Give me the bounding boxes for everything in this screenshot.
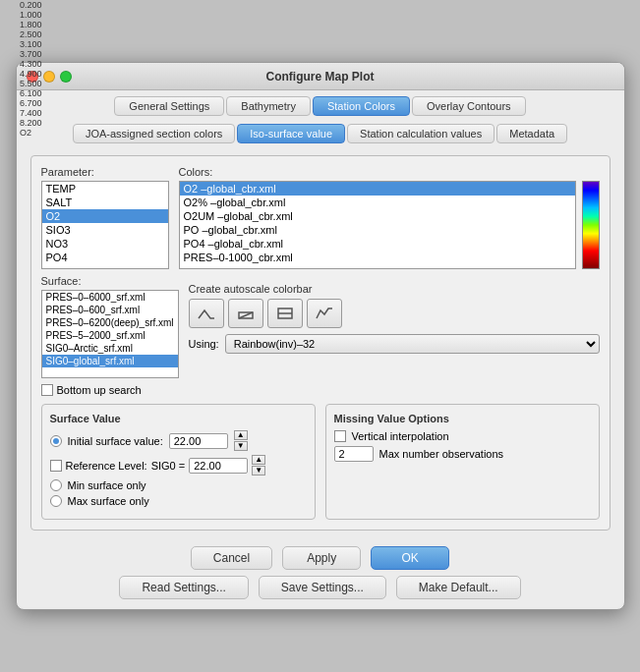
list-item[interactable]: PRES–0–600_srf.xml	[42, 304, 178, 316]
list-item[interactable]: SIG0–Arctic_srf.xml	[42, 342, 178, 355]
list-item[interactable]: TEMP	[42, 182, 168, 196]
secondary-buttons: Read Settings... Save Settings... Make D…	[17, 576, 624, 609]
autoscale-label: Create autoscale colorbar	[189, 283, 600, 295]
tab-iso-surface-value[interactable]: Iso-surface value	[237, 124, 345, 143]
stepper-down[interactable]: ▼	[234, 441, 248, 451]
list-item[interactable]: PO4 –global_cbr.xml	[180, 237, 575, 251]
initial-surface-row: Initial surface value: ▲ ▼	[50, 430, 307, 451]
colorbar-gradient	[582, 181, 600, 269]
colors-row: O2 –global_cbr.xml O2% –global_cbr.xml O…	[179, 181, 600, 269]
list-item[interactable]: PRES–5–2000_srf.xml	[42, 329, 178, 342]
initial-surface-stepper: ▲ ▼	[234, 430, 248, 451]
list-item[interactable]: SIO3	[42, 223, 168, 237]
bottom-search-row: Bottom up search	[41, 384, 600, 396]
apply-button[interactable]: Apply	[282, 546, 361, 570]
parameter-listbox[interactable]: TEMP SALT O2 SIO3 NO3 PO4	[41, 181, 169, 269]
read-settings-button[interactable]: Read Settings...	[119, 576, 248, 599]
list-item-selected[interactable]: SIG0–global_srf.xml	[42, 355, 178, 367]
initial-surface-label: Initial surface value:	[68, 435, 163, 447]
using-row: Using: Rainbow(inv)–32	[189, 334, 600, 354]
vertical-interp-checkbox[interactable]	[334, 430, 346, 442]
list-item[interactable]: PO4	[42, 251, 168, 264]
surface-value-panel: Surface Value Initial surface value: ▲ ▼	[41, 404, 316, 520]
configure-map-plot-window: Configure Map Plot General Settings Bath…	[16, 62, 625, 610]
content-panel: Parameter: TEMP SALT O2 SIO3 NO3 PO4 Col…	[30, 155, 611, 531]
window-title: Configure Map Plot	[266, 70, 375, 84]
colors-listbox[interactable]: O2 –global_cbr.xml O2% –global_cbr.xml O…	[179, 181, 576, 269]
max-obs-input[interactable]	[334, 446, 374, 462]
tab-station-colors[interactable]: Station Colors	[313, 96, 410, 116]
maximize-button[interactable]	[60, 71, 72, 83]
stepper-down[interactable]: ▼	[252, 466, 265, 476]
cancel-button[interactable]: Cancel	[191, 546, 272, 570]
colors-section: Colors: O2 –global_cbr.xml O2% –global_c…	[179, 166, 600, 269]
list-item[interactable]: O2% –global_cbr.xml	[180, 196, 575, 209]
list-item-selected[interactable]: O2	[42, 209, 168, 223]
tab-joa-section-colors[interactable]: JOA-assigned section colors	[73, 124, 235, 143]
reference-level-row: Reference Level: SIG0 = ▲ ▼	[50, 455, 307, 476]
using-select[interactable]: Rainbow(inv)–32	[225, 334, 600, 354]
initial-surface-radio[interactable]	[50, 435, 62, 447]
autoscale-btn-3[interactable]	[267, 299, 303, 328]
list-item[interactable]: PO –global_cbr.xml	[180, 223, 575, 237]
list-item[interactable]: PRES–0–6200(deep)_srf.xml	[42, 316, 178, 329]
autoscale-icon-3	[275, 305, 295, 322]
lower-panels: Surface Value Initial surface value: ▲ ▼	[41, 404, 600, 520]
missing-value-title: Missing Value Options	[334, 413, 591, 424]
colorbar-label: 6.700	[20, 98, 42, 108]
tab-general-settings[interactable]: General Settings	[114, 96, 224, 116]
tab-station-calc-values[interactable]: Station calculation values	[347, 124, 495, 143]
ref-label: Reference Level:	[66, 460, 147, 472]
max-obs-label: Max number observations	[379, 448, 504, 460]
max-surface-row: Max surface only	[50, 495, 307, 507]
tab-metadata[interactable]: Metadata	[496, 124, 567, 143]
list-item-selected[interactable]: O2 –global_cbr.xml	[180, 182, 575, 196]
stepper-up[interactable]: ▲	[252, 455, 265, 465]
colors-label: Colors:	[179, 166, 600, 178]
list-item[interactable]: PRES–0-1000_cbr.xml	[180, 251, 575, 264]
max-obs-row: Max number observations	[334, 446, 591, 462]
min-surface-radio[interactable]	[50, 479, 62, 491]
list-item[interactable]: NO3	[42, 237, 168, 251]
minimize-button[interactable]	[43, 71, 55, 83]
parameter-label: Parameter:	[41, 166, 169, 178]
tab-overlay-contours[interactable]: Overlay Contours	[412, 96, 526, 116]
colorbar-label: 4.300	[20, 62, 42, 69]
ref-value-input[interactable]	[189, 458, 248, 474]
surface-section: Surface: PRES–0–6000_srf.xml PRES–0–600_…	[41, 275, 179, 378]
save-settings-button[interactable]: Save Settings...	[259, 576, 386, 599]
colorbar-label: 5.500	[20, 79, 42, 88]
using-label: Using:	[189, 338, 219, 350]
colorbar-label: 7.400	[20, 108, 42, 118]
tab-bathymetry[interactable]: Bathymetry	[226, 96, 311, 116]
list-item[interactable]: PRES–0–6000_srf.xml	[42, 291, 178, 304]
ref-stepper: ▲ ▼	[252, 455, 265, 476]
autoscale-btn-1[interactable]	[189, 299, 224, 328]
surface-listbox[interactable]: PRES–0–6000_srf.xml PRES–0–600_srf.xml P…	[41, 290, 179, 378]
autoscale-btn-4[interactable]	[307, 299, 342, 328]
top-tab-bar: General Settings Bathymetry Station Colo…	[17, 90, 624, 120]
svg-line-1	[239, 312, 253, 318]
min-surface-label: Min surface only	[68, 479, 146, 491]
list-item[interactable]: SALT	[42, 196, 168, 209]
bottom-up-search-checkbox[interactable]	[41, 384, 53, 396]
min-surface-row: Min surface only	[50, 479, 307, 491]
max-surface-radio[interactable]	[50, 495, 62, 507]
initial-surface-input[interactable]	[169, 433, 228, 449]
surface-value-title: Surface Value	[50, 413, 307, 424]
vertical-interp-row: Vertical interpolation	[334, 430, 591, 442]
colorbar-label: 4.900	[20, 69, 42, 79]
titlebar: Configure Map Plot	[17, 63, 624, 90]
colorbar-labels: 0.200 1.000 1.800 2.500 3.100 3.700 4.30…	[20, 62, 42, 88]
list-item[interactable]: O2UM –global_cbr.xml	[180, 209, 575, 223]
stepper-up[interactable]: ▲	[234, 430, 248, 440]
autoscale-btn-2[interactable]	[228, 299, 263, 328]
make-default-button[interactable]: Make Default...	[396, 576, 521, 599]
primary-buttons: Cancel Apply OK	[17, 536, 624, 576]
ok-button[interactable]: OK	[371, 546, 449, 570]
autoscale-icon-4	[315, 305, 334, 322]
autoscale-buttons	[189, 299, 600, 328]
bottom-up-search-label: Bottom up search	[57, 384, 142, 396]
reference-level-checkbox[interactable]	[50, 460, 62, 472]
middle-row: Surface: PRES–0–6000_srf.xml PRES–0–600_…	[41, 275, 600, 378]
